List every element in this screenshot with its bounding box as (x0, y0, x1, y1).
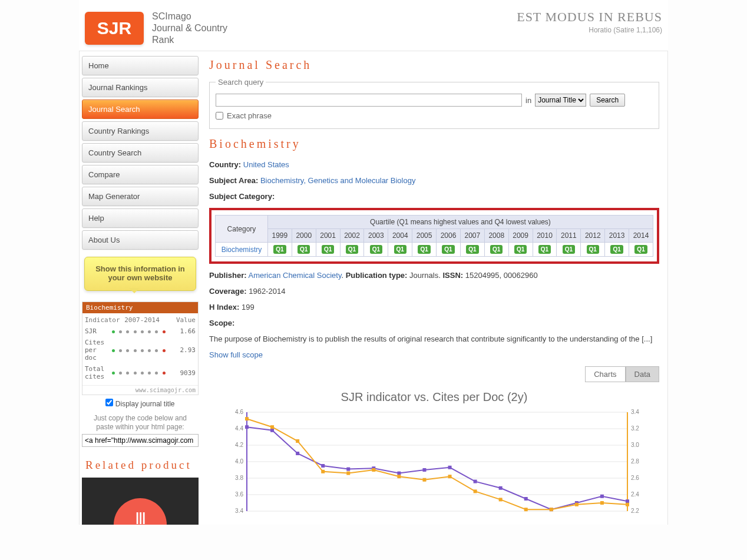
search-fieldset: Search query in Journal Title Search Exa… (209, 78, 659, 129)
svg-rect-40 (270, 425, 274, 429)
main-content: Journal Search Search query in Journal T… (201, 51, 667, 525)
svg-rect-34 (524, 497, 528, 501)
svg-text:2.6: 2.6 (631, 475, 639, 481)
sjr-chart: 3.43.63.84.04.24.44.62.22.42.62.83.03.23… (209, 409, 659, 515)
widget-badge[interactable]: Show this information in your own websit… (84, 257, 196, 291)
svg-rect-43 (346, 472, 350, 475)
svg-text:3.4: 3.4 (631, 409, 639, 415)
scope-text: The purpose of Biochemistry is to publis… (209, 334, 659, 343)
quartile-table: Category Quartile (Q1 means highest valu… (215, 215, 653, 257)
country-link[interactable]: United States (243, 160, 289, 169)
quartile-badge: Q1 (394, 245, 406, 254)
svg-rect-41 (296, 439, 299, 443)
quartile-badge: Q1 (587, 245, 599, 254)
tab-data[interactable]: Data (626, 366, 659, 382)
svg-rect-44 (372, 468, 375, 472)
nav-country-rankings[interactable]: Country Rankings (82, 121, 199, 141)
svg-rect-33 (499, 486, 503, 490)
svg-text:3.4: 3.4 (235, 508, 243, 514)
chart-container: SJR indicator vs. Cites per Doc (2y) 3.4… (209, 390, 659, 516)
svg-rect-45 (397, 475, 401, 478)
subject-category-label: Subject Category: (209, 192, 275, 201)
svg-text:4.0: 4.0 (235, 458, 243, 465)
publisher-link[interactable]: American Chemical Society (248, 271, 341, 280)
svg-text:3.2: 3.2 (631, 425, 639, 432)
quartile-badge: Q1 (514, 245, 527, 254)
svg-rect-47 (448, 475, 452, 478)
quartile-badge: Q1 (466, 245, 478, 254)
quartile-badge: Q1 (418, 245, 430, 254)
quartile-badge: Q1 (346, 245, 358, 254)
svg-rect-27 (346, 468, 350, 471)
mini-widget-title: Biochemistry (82, 302, 198, 313)
svg-text:3.0: 3.0 (631, 442, 639, 448)
quartile-badge: Q1 (634, 245, 647, 254)
svg-text:3.6: 3.6 (235, 491, 243, 498)
svg-text:2.4: 2.4 (631, 491, 639, 498)
quartile-badge: Q1 (322, 245, 334, 254)
svg-rect-24 (270, 429, 274, 432)
svg-rect-26 (321, 464, 325, 468)
journal-title: Biochemistry (209, 137, 659, 151)
svg-rect-52 (575, 503, 579, 506)
svg-rect-32 (474, 480, 477, 483)
svg-text:2.2: 2.2 (631, 508, 639, 514)
svg-text:3.8: 3.8 (235, 475, 243, 481)
svg-rect-37 (600, 495, 604, 498)
mini-widget-footer: www.scimagojr.com (82, 385, 198, 395)
nav-about-us[interactable]: About Us (82, 230, 199, 250)
nav-home[interactable]: Home (82, 56, 199, 75)
subject-area-link[interactable]: Biochemistry, Genetics and Molecular Bio… (260, 176, 416, 185)
svg-rect-54 (626, 503, 629, 506)
quartile-badge: Q1 (298, 245, 310, 254)
search-scope-select[interactable]: Journal Title (535, 94, 586, 107)
category-link[interactable]: Biochemistry (222, 246, 262, 254)
svg-text:4.4: 4.4 (235, 425, 243, 432)
nav-journal-rankings[interactable]: Journal Rankings (82, 78, 199, 97)
nav-country-search[interactable]: Country Search (82, 143, 199, 163)
svg-rect-51 (550, 508, 553, 511)
related-heading: Related product (85, 459, 195, 472)
svg-rect-29 (397, 472, 401, 475)
bank-icon: Ⅲ (135, 509, 146, 525)
chart-title: SJR indicator vs. Cites per Doc (2y) (209, 390, 659, 404)
quartile-badge: Q1 (538, 245, 551, 254)
svg-rect-42 (321, 470, 325, 473)
svg-rect-53 (600, 501, 604, 505)
nav-map-generator[interactable]: Map Generator (82, 187, 199, 206)
svg-rect-25 (296, 452, 299, 455)
embed-code-input[interactable] (82, 434, 199, 447)
svg-rect-49 (499, 498, 503, 501)
copy-instructions: Just copy the code below and paste withi… (82, 414, 199, 434)
page-title: Journal Search (209, 58, 659, 72)
header: SJR SCImago Journal & Country Rank EST M… (79, 0, 668, 51)
svg-rect-48 (474, 489, 477, 493)
nav-help[interactable]: Help (82, 208, 199, 228)
show-full-scope-link[interactable]: Show full scope (209, 350, 263, 359)
svg-rect-39 (245, 417, 249, 420)
svg-text:4.6: 4.6 (235, 409, 243, 415)
search-button[interactable]: Search (590, 94, 625, 107)
nav-compare[interactable]: Compare (82, 165, 199, 184)
nav-journal-search[interactable]: Journal Search (82, 100, 199, 119)
svg-rect-30 (422, 468, 426, 472)
display-title-label: Display journal title (115, 400, 175, 408)
svg-rect-50 (524, 508, 528, 511)
search-input[interactable] (216, 94, 522, 107)
display-title-checkbox[interactable] (105, 399, 113, 406)
sjr-logo[interactable]: SJR (85, 12, 144, 45)
svg-rect-31 (448, 466, 452, 469)
view-toggle: Charts Data (209, 366, 659, 382)
logo-text: SJR (97, 18, 131, 38)
svg-text:4.2: 4.2 (235, 442, 243, 448)
in-label: in (525, 96, 531, 105)
related-product[interactable]: Ⅲ (82, 478, 199, 525)
sidebar: HomeJournal RankingsJournal SearchCountr… (80, 51, 201, 525)
tab-charts[interactable]: Charts (585, 366, 625, 382)
motto: EST MODUS IN REBUS Horatio (Satire 1,1,1… (517, 11, 662, 34)
quartile-badge: Q1 (370, 245, 382, 254)
quartile-badge: Q1 (273, 245, 286, 254)
svg-text:2.8: 2.8 (631, 458, 639, 465)
exact-phrase-checkbox[interactable] (216, 112, 223, 120)
quartile-badge: Q1 (563, 245, 575, 254)
